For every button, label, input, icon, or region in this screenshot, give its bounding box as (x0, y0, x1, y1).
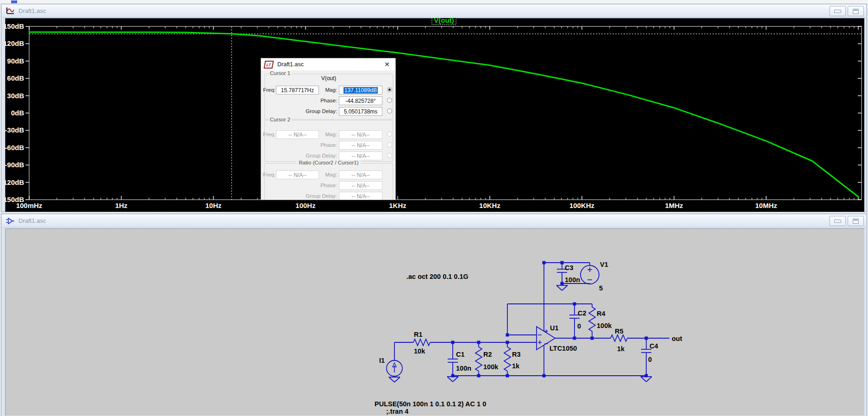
plot-window-titlebar[interactable]: Draft1.asc (2, 5, 866, 18)
x-axis-label: 10KHz (479, 202, 500, 209)
component-ref-C3: C3 (565, 264, 574, 271)
close-icon[interactable]: ✕ (379, 58, 395, 70)
schematic-window-title: Draft1.asc (19, 217, 46, 224)
schematic-window-titlebar[interactable]: Draft1.asc (2, 214, 866, 227)
component-ref-C1: C1 (456, 351, 465, 358)
resistor-R1[interactable] (413, 339, 430, 346)
junction-dot (573, 303, 576, 306)
ratio-gd-label: Group Delay: (292, 193, 337, 199)
component-value-C2: 0 (577, 322, 581, 330)
y-axis-label: 60dB (7, 74, 24, 82)
minimize-button[interactable] (830, 6, 846, 16)
component-value-I1: PULSE(50n 100n 1 0.1 0.1 2) AC 1 0 (375, 400, 486, 408)
cursor1-mag-radio[interactable] (387, 87, 392, 92)
cursor2-gd-radio[interactable] (387, 153, 392, 158)
y-axis-label: 90dB (7, 57, 24, 65)
cursor1-gd-radio[interactable] (387, 108, 392, 113)
cursor1-freq-label: Freq: (262, 87, 275, 93)
cursor2-gd-field[interactable]: -- N/A-- (339, 151, 382, 160)
cursor2-mag-label: Mag: (306, 132, 337, 137)
ratio-phase-field[interactable]: -- N/A-- (339, 181, 382, 190)
restore-icon (853, 9, 859, 14)
resistor-R4[interactable] (589, 307, 595, 331)
schematic-canvas[interactable]: I1R110kC1100nR2100kR31kU1LTC1050C20R4100… (5, 228, 864, 416)
component-ref-V1: V1 (600, 261, 608, 268)
cursor-dialog-titlebar[interactable]: LT Draft1.asc ✕ (261, 58, 395, 70)
cursor1-gd-label: Group Delay: (292, 108, 337, 114)
y-axis-label: -90dB (5, 161, 24, 169)
plot-window: Draft1.asc 150dB120dB90dB60dB30dB0dB-30d… (1, 4, 867, 212)
y-axis-label: 30dB (7, 92, 24, 100)
ground-symbol (394, 377, 400, 382)
junction-dot (543, 374, 546, 378)
cursor1-phase-field[interactable]: -44.825728° (339, 96, 382, 105)
y-axis-label: -120dB (5, 178, 24, 186)
component-ref-R5: R5 (615, 328, 624, 335)
ratio-group-label: Ratio (Cursor2 / Cursor1) (297, 160, 360, 165)
cursor1-phase-radio[interactable] (387, 98, 392, 103)
ratio-mag-field[interactable]: -- N/A-- (339, 170, 382, 179)
cursor2-phase-field[interactable]: -- N/A-- (339, 141, 382, 150)
ratio-freq-label: Freq: (262, 172, 275, 177)
ground-symbol (453, 377, 458, 382)
component-ref-U1: U1 (550, 324, 559, 332)
spice-directive-tran-comment: ;.tran 4 (386, 408, 408, 415)
cursor2-mag-radio[interactable] (387, 132, 392, 137)
y-axis-label: 120dB (5, 39, 24, 47)
component-value-C1: 100n (456, 365, 471, 372)
cursor2-group-label: Cursor 2 (269, 117, 292, 122)
cursor-dialog-title: Draft1.asc (277, 61, 304, 68)
cursor2-phase-label: Phase: (292, 142, 337, 148)
minimize-button[interactable] (830, 216, 846, 226)
resistor-R3[interactable] (504, 347, 511, 371)
x-axis-label: 1Hz (115, 202, 128, 209)
component-value-C4: 0 (648, 356, 652, 363)
cursor1-signal-name: V(out) (264, 75, 393, 82)
waveform-plot-area[interactable]: 150dB120dB90dB60dB30dB0dB-30dB-60dB-90dB… (5, 18, 864, 212)
cursor2-phase-radio[interactable] (387, 142, 392, 147)
selected-text: 137.11089dB (343, 87, 378, 94)
junction-dot (451, 341, 455, 344)
ground-symbol (562, 285, 568, 290)
bode-plot[interactable]: 150dB120dB90dB60dB30dB0dB-30dB-60dB-90dB… (5, 18, 864, 212)
ratio-gd-field[interactable]: -- N/A-- (339, 192, 382, 200)
junction-dot (506, 341, 509, 344)
toolbar-fragment-icon (11, 0, 17, 3)
circuit-schematic[interactable]: I1R110kC1100nR2100kR31kU1LTC1050C20R4100… (5, 228, 864, 416)
resistor-R2[interactable] (475, 347, 482, 371)
component-ref-R4: R4 (597, 310, 606, 317)
component-ref-I1: I1 (379, 357, 385, 364)
y-axis-label: 150dB (5, 22, 24, 30)
x-axis-label: 100KHz (569, 202, 594, 209)
ratio-mag-label: Mag: (306, 172, 337, 177)
ltspice-logo-icon: LT (264, 61, 274, 69)
cursor1-gd-field[interactable]: 5.0501738ms (339, 107, 382, 116)
component-ref-C4: C4 (649, 342, 658, 350)
x-axis-label: 100mHz (16, 202, 43, 209)
ground-symbol (389, 377, 394, 382)
y-axis-label: 0dB (11, 109, 25, 117)
plot-window-title: Draft1.asc (19, 7, 46, 14)
cursor2-freq-label: Freq: (262, 132, 275, 137)
ratio-phase-label: Phase: (292, 183, 337, 188)
trace-label[interactable]: V(out) (434, 18, 454, 24)
ground-symbol (447, 377, 453, 382)
component-ref-C2: C2 (578, 309, 587, 317)
junction-dot (573, 337, 576, 340)
ltspice-app: { "app": { "logo_glyph": "LT", "close_gl… (0, 0, 868, 416)
cursor1-mag-field[interactable]: 137.11089dB (339, 86, 382, 95)
cursor2-mag-field[interactable]: -- N/A-- (339, 130, 382, 139)
schematic-window: Draft1.asc I1R110kC1100nR2100kR31kU1LTC1… (1, 214, 867, 416)
cursor1-mag-label: Mag: (306, 87, 337, 93)
spice-directive-ac: .ac oct 200 0.1 0.1G (406, 273, 468, 280)
resistor-R5[interactable] (611, 335, 627, 341)
x-axis-label: 100Hz (295, 202, 315, 209)
trace-vout[interactable] (29, 32, 858, 197)
cursor-dialog[interactable]: LT Draft1.asc ✕ Cursor 1 V(out) Freq: 15… (261, 58, 396, 200)
restore-icon (853, 219, 859, 224)
restore-button[interactable] (848, 216, 864, 226)
junction-dot (645, 337, 648, 340)
component-value-R2: 100k (483, 363, 499, 371)
component-ref-R3: R3 (512, 351, 521, 358)
restore-button[interactable] (848, 6, 864, 16)
